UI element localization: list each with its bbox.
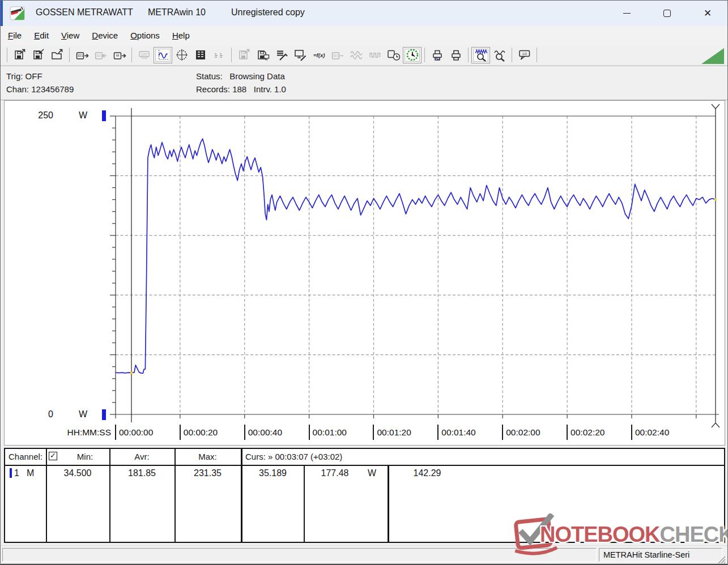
print-button[interactable]: [446, 47, 465, 63]
x-tick-label: 00:00:20: [180, 425, 218, 440]
title-app: METRAwin 10: [148, 7, 206, 18]
write-device-321-button: 321: [91, 47, 110, 63]
maximize-icon: [663, 10, 671, 17]
menu-help[interactable]: Help: [166, 28, 196, 42]
dev321-out-icon: 321: [75, 48, 89, 62]
y-axis-max-label: 250: [27, 110, 53, 121]
toolbar-separator: [131, 48, 132, 62]
view-table-button[interactable]: [191, 47, 210, 63]
metrawin-window: GOSSEN METRAWATT METRAwin 10 Unregistere…: [0, 0, 728, 565]
cell-avr: 181.85: [109, 468, 174, 478]
cursor2-top-handle[interactable]: [712, 104, 720, 109]
col-divider-channel: [46, 449, 47, 542]
save-monitor-button[interactable]: [253, 47, 272, 63]
x-tick-label: 00:00:00: [115, 425, 153, 440]
trigger-status: Trig: OFF: [6, 71, 42, 81]
y-range-marker-bottom[interactable]: [102, 409, 106, 420]
view-curve-button[interactable]: [154, 47, 172, 63]
disk-arrow-icon: [237, 48, 251, 62]
devM-out-icon: M: [113, 48, 126, 62]
toolbar-separator: [468, 48, 469, 62]
cell-cursor1: 35.189: [242, 468, 304, 478]
toolbar-corner-grip: [701, 48, 724, 64]
title-bar: GOSSEN METRAWATT METRAwin 10 Unregistere…: [1, 1, 727, 26]
x-axis-format-label: HH:MM:SS: [59, 425, 111, 440]
read-device-321-button[interactable]: 321: [73, 47, 91, 63]
minimize-button[interactable]: [614, 1, 640, 25]
view-scope-button[interactable]: [172, 47, 191, 63]
toolbar-separator: [537, 48, 537, 62]
menu-edit[interactable]: Edit: [28, 28, 55, 42]
y-axis-unit-bottom: W: [79, 409, 87, 420]
x-tick-label: 00:02:00: [502, 425, 540, 440]
pulse-train-icon: [368, 48, 382, 62]
cell-delta: 142.29: [388, 468, 467, 478]
cursor2-bottom-handle[interactable]: [712, 423, 720, 427]
menu-device[interactable]: Device: [86, 28, 124, 42]
zoom-single-button[interactable]: [490, 47, 509, 63]
clock-device-icon: [387, 48, 401, 62]
maximize-button[interactable]: [654, 1, 680, 25]
timer-green-icon: [406, 48, 419, 62]
open-file-button[interactable]: [48, 47, 66, 63]
toolbar: 321321M1257=f(x)3211/2: [1, 45, 727, 66]
dev321-in-icon: 321: [94, 48, 108, 62]
power-curve: [116, 139, 716, 373]
col-divider-avr: [174, 449, 176, 542]
save-import-button[interactable]: [29, 47, 48, 63]
printer-icon: [449, 48, 463, 62]
x-tick-label: 00:01:40: [437, 425, 475, 440]
menu-options[interactable]: Options: [124, 28, 166, 42]
clock-sync-button[interactable]: [384, 47, 403, 63]
fx-icon: =f(x): [312, 48, 326, 62]
svg-text:M: M: [116, 54, 119, 57]
config-device-button: 321: [328, 47, 347, 63]
save-export-button[interactable]: [10, 47, 29, 63]
scope-view-icon: [175, 48, 189, 62]
title-brand: GOSSEN METRAWATT: [36, 7, 133, 18]
menu-view[interactable]: View: [55, 28, 86, 42]
config-monitor-button[interactable]: [291, 47, 309, 63]
interval-timer-button[interactable]: [403, 47, 422, 63]
menu-file[interactable]: File: [2, 28, 28, 42]
view-histogram-button: [210, 47, 228, 63]
svg-text:1/2: 1/2: [522, 52, 527, 55]
info-strip: Trig: OFF Chan: 123456789 Status: Browsi…: [1, 66, 727, 100]
toolbar-separator: [512, 48, 512, 62]
y-range-marker-top[interactable]: [102, 110, 106, 121]
print-preview-button[interactable]: [428, 47, 446, 63]
monitor-tool-icon: [293, 48, 307, 62]
folder-out-icon: [50, 48, 64, 62]
cursor-intersection-marker-2: [714, 199, 717, 201]
menu-bar: FileEditViewDeviceOptionsHelp: [1, 26, 727, 45]
x-tick-label: 00:00:40: [244, 425, 282, 440]
y-axis-min-label: 0: [27, 409, 53, 420]
speech-bubble-icon: 1/2: [518, 48, 531, 62]
cell-min: 34.500: [46, 468, 109, 478]
statusbar-message-cell: [2, 548, 597, 562]
annotation-button[interactable]: 1/2: [515, 47, 534, 63]
zoom-waves-icon: [474, 48, 488, 62]
zoom-multi-button[interactable]: [471, 47, 490, 63]
cell-channel-num: 1: [14, 468, 19, 478]
toolbar-separator: [231, 48, 232, 62]
config-channels-button[interactable]: [272, 47, 291, 63]
channel-visible-checkbox[interactable]: ✓: [49, 452, 57, 460]
close-button[interactable]: ✕: [695, 1, 721, 25]
statusbar-device-cell: METRAHit Starline-Seri: [599, 548, 722, 562]
formula-fx-button[interactable]: =f(x): [309, 47, 328, 63]
svg-text:321: 321: [77, 54, 83, 57]
cell-cursor2-unit: W: [368, 468, 376, 478]
export-disk-button: [235, 47, 253, 63]
read-memory-button[interactable]: M: [110, 47, 129, 63]
sine-waves-icon: [350, 48, 363, 62]
channel-list: Chan: 123456789: [6, 84, 74, 94]
header-min: Min:: [60, 452, 110, 461]
svg-text:321: 321: [333, 54, 339, 57]
toolbar-separator: [7, 48, 7, 62]
x-tick-label: 00:02:40: [631, 425, 669, 440]
app-icon: [10, 6, 25, 23]
plot-area[interactable]: [5, 101, 725, 445]
resize-grip[interactable]: [717, 555, 726, 564]
svg-text:1257: 1257: [141, 53, 147, 56]
